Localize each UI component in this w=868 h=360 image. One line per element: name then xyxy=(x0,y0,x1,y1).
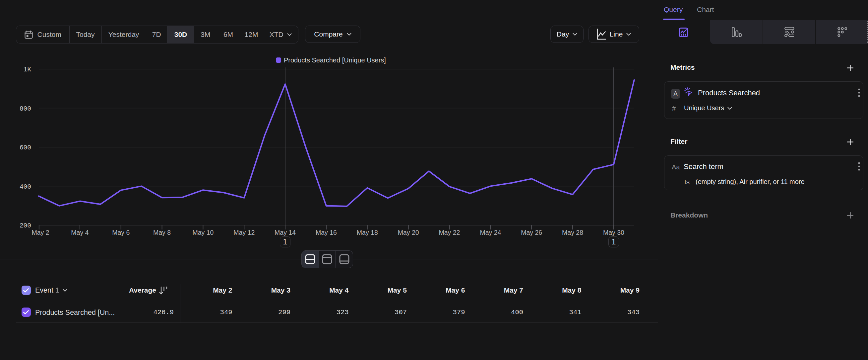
svg-text:May 20: May 20 xyxy=(398,229,419,236)
svg-text:May 30: May 30 xyxy=(603,229,624,236)
svg-text:May 6: May 6 xyxy=(112,229,130,236)
svg-text:May 24: May 24 xyxy=(480,229,501,236)
svg-text:May 26: May 26 xyxy=(521,229,542,236)
svg-text:May 4: May 4 xyxy=(71,229,89,236)
svg-text:200: 200 xyxy=(20,222,31,229)
svg-text:800: 800 xyxy=(20,105,31,113)
svg-text:May 16: May 16 xyxy=(316,229,337,236)
svg-text:May 10: May 10 xyxy=(192,229,214,236)
svg-text:May 22: May 22 xyxy=(439,229,460,236)
svg-text:May 12: May 12 xyxy=(234,229,255,236)
svg-text:May 14: May 14 xyxy=(275,229,296,236)
svg-text:May 8: May 8 xyxy=(153,229,171,236)
svg-text:May 18: May 18 xyxy=(357,229,378,236)
svg-text:1K: 1K xyxy=(24,66,31,74)
svg-text:600: 600 xyxy=(20,144,31,151)
svg-text:May 2: May 2 xyxy=(31,229,49,236)
svg-text:May 28: May 28 xyxy=(562,229,583,236)
svg-text:400: 400 xyxy=(20,183,31,191)
